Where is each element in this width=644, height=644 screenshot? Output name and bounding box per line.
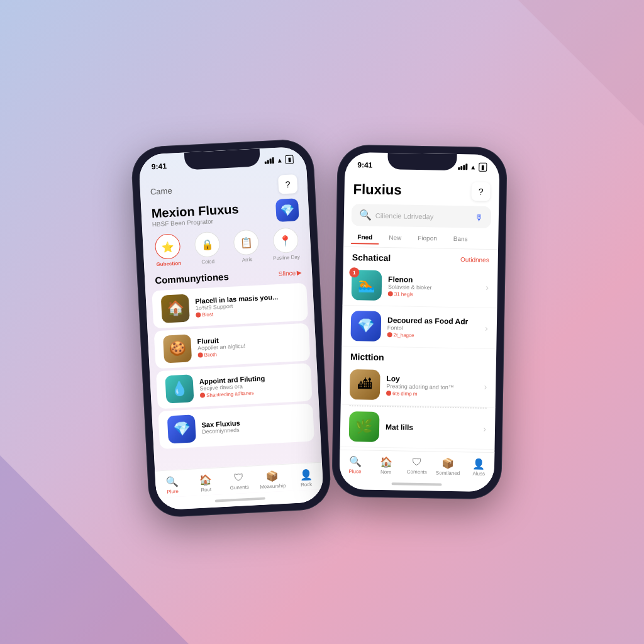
cat-item-0[interactable]: ⭐ Gubection bbox=[149, 233, 187, 268]
badge-dot-2 bbox=[200, 392, 205, 397]
tab-item-left-2[interactable]: 🛡 Gunents bbox=[222, 471, 257, 492]
tab-item-left-1[interactable]: 🏠 Rout bbox=[189, 473, 223, 494]
right-list-item-2[interactable]: 🏙 Loy Preating adoring and ton™ 6t6 dimp… bbox=[341, 364, 496, 408]
signal-bar-2 bbox=[267, 160, 269, 164]
right-header-icon-btn[interactable]: ? bbox=[471, 182, 491, 201]
tab-item-left-0[interactable]: 🔍 Plure bbox=[155, 475, 190, 496]
tab-label-left-2: Gunents bbox=[230, 484, 249, 491]
cat-item-3[interactable]: 📍 Pusline Day bbox=[267, 227, 305, 262]
item-content-0: Placell in las masis you... 1o%t9 Suppor… bbox=[195, 292, 299, 318]
signal-icon bbox=[264, 157, 274, 164]
chevron-icon-0: › bbox=[486, 282, 489, 292]
r-signal-bar-2 bbox=[460, 166, 462, 170]
right-question-icon: ? bbox=[479, 187, 484, 197]
battery-icon: ▮ bbox=[285, 155, 294, 164]
tab-label-left-0: Plure bbox=[167, 489, 179, 495]
chevron-icon-3: › bbox=[483, 424, 486, 434]
right-item-subtitle-0: Solavsie & bioker bbox=[388, 284, 479, 292]
tab-icon-right-3: 📦 bbox=[441, 457, 454, 469]
signal-bar-3 bbox=[270, 158, 272, 164]
signal-bar-1 bbox=[265, 162, 267, 164]
cat-label-0: Gubection bbox=[156, 260, 181, 267]
cat-item-1[interactable]: 🔒 Colod bbox=[188, 231, 226, 265]
chevron-icon-1: › bbox=[485, 323, 488, 333]
signal-icon-right bbox=[458, 164, 467, 170]
r-badge-dot-0 bbox=[388, 291, 393, 296]
right-item-img-1: 💎 bbox=[350, 311, 381, 341]
signal-bar-4 bbox=[272, 157, 274, 164]
tab-item-right-0[interactable]: 🔍 Pluce bbox=[340, 455, 371, 475]
tab-item-right-4[interactable]: 👤 Aluss bbox=[464, 457, 495, 477]
right-app-title: Fluxius bbox=[353, 181, 401, 198]
question-icon: ? bbox=[285, 179, 291, 189]
filter-tab-3[interactable]: Bans bbox=[447, 233, 474, 247]
right-list-item-0[interactable]: 1 🏊 Flenon Solavsie & bioker 31 hegls › bbox=[342, 265, 497, 308]
r-signal-bar-3 bbox=[463, 165, 465, 170]
left-section-link[interactable]: Slince ▶ bbox=[279, 269, 303, 277]
status-icons-right: ▲ ▮ bbox=[458, 162, 487, 172]
home-indicator-right bbox=[339, 477, 494, 492]
left-phone: 9:41 ▲ ▮ Came bbox=[130, 138, 331, 518]
r-badge-dot-1 bbox=[387, 332, 392, 337]
home-bar-right bbox=[391, 482, 441, 486]
cat-label-3: Pusline Day bbox=[273, 254, 300, 261]
left-screen-content: 9:41 ▲ ▮ Came bbox=[138, 146, 324, 510]
time-right: 9:41 bbox=[357, 160, 372, 169]
tab-item-left-3[interactable]: 📦 Measurship bbox=[255, 469, 290, 490]
right-phone: 9:41 ▲ ▮ Fluxius ? bbox=[331, 145, 508, 500]
badge-dot-1 bbox=[197, 352, 203, 357]
right-item-title-3: Mat lills bbox=[386, 423, 477, 433]
tab-item-left-4[interactable]: 👤 Rock bbox=[289, 468, 323, 489]
battery-icon-right: ▮ bbox=[479, 163, 487, 172]
r-badge-dot-2 bbox=[386, 391, 391, 396]
list-item-3[interactable]: 💎 Sax Fluxius Decomiynneds bbox=[158, 403, 314, 449]
tab-item-right-1[interactable]: 🏠 Nore bbox=[370, 456, 402, 475]
cat-item-2[interactable]: 📋 Arris bbox=[227, 229, 265, 264]
cat-icon-0: ⭐ bbox=[155, 233, 181, 260]
list-item-1[interactable]: 🍪 Fluruit Aopolier an alglicu! Blioth bbox=[154, 323, 311, 369]
list-item-0[interactable]: 🏠 Placell in las masis you... 1o%t9 Supp… bbox=[152, 283, 308, 329]
tab-item-right-2[interactable]: 🛡 Coments bbox=[401, 457, 433, 476]
cat-icon-3: 📍 bbox=[272, 227, 299, 253]
tab-item-right-3[interactable]: 📦 Somtlaned bbox=[432, 457, 464, 476]
cat-label-1: Colod bbox=[201, 258, 214, 265]
tab-label-left-3: Measurship bbox=[260, 483, 286, 490]
right-phone-screen: 9:41 ▲ ▮ Fluxius ? bbox=[339, 152, 499, 492]
right-item-content-1: Decoured as Food Adr Fontol 2t_hagce bbox=[387, 316, 479, 340]
filter-tab-1[interactable]: New bbox=[382, 231, 408, 245]
r-signal-bar-4 bbox=[465, 164, 467, 170]
search-bar[interactable]: 🔍 Ciliencie Ldriveday 🎙 bbox=[352, 204, 492, 228]
tab-label-right-4: Aluss bbox=[472, 471, 485, 477]
tab-label-right-3: Somtlaned bbox=[436, 470, 460, 476]
right-section-1-link[interactable]: Outidnnes bbox=[460, 256, 489, 264]
wifi-icon: ▲ bbox=[276, 157, 282, 164]
item-content-2: Appoint ard Filuting Seojive daws ora Sh… bbox=[199, 372, 304, 399]
tab-label-right-0: Pluce bbox=[348, 469, 361, 474]
filter-tab-0[interactable]: Fned bbox=[351, 231, 379, 245]
right-item-img-0: 1 🏊 bbox=[352, 270, 382, 301]
left-header-icon-btn[interactable]: ? bbox=[278, 174, 298, 194]
right-item-badge-1: 2t_hagce bbox=[387, 332, 479, 340]
filter-tab-2[interactable]: Fiopon bbox=[411, 232, 443, 246]
wifi-icon-right: ▲ bbox=[470, 164, 476, 170]
right-list-item-3[interactable]: 🌿 Mat lills › bbox=[340, 406, 496, 450]
right-list-item-1[interactable]: 💎 Decoured as Food Adr Fontol 2t_hagce › bbox=[341, 306, 497, 349]
tab-bar-right: 🔍 Pluce 🏠 Nore 🛡 Coments 📦 Somtlaned 👤 bbox=[340, 450, 495, 479]
left-phone-screen: 9:41 ▲ ▮ Came bbox=[138, 146, 324, 510]
app-logo: 💎 bbox=[275, 198, 299, 222]
search-input[interactable]: Ciliencie Ldriveday bbox=[375, 211, 471, 221]
left-header-label: Came bbox=[150, 186, 172, 196]
tab-label-right-2: Coments bbox=[407, 469, 427, 475]
item-img-0: 🏠 bbox=[161, 294, 190, 323]
tab-icon-left-0: 🔍 bbox=[165, 475, 179, 488]
r-signal-bar-1 bbox=[458, 167, 460, 170]
right-item-img-3: 🌿 bbox=[349, 411, 380, 442]
status-icons-left: ▲ ▮ bbox=[264, 155, 294, 165]
item-content-1: Fluruit Aopolier an alglicu! Blioth bbox=[197, 332, 301, 358]
tab-label-left-4: Rock bbox=[301, 482, 313, 488]
badge-dot-0 bbox=[196, 312, 201, 317]
tab-icon-right-2: 🛡 bbox=[412, 457, 422, 468]
filter-tabs: Fned New Fiopon Bans bbox=[343, 228, 498, 250]
list-item-2[interactable]: 💧 Appoint ard Filuting Seojive daws ora … bbox=[156, 363, 313, 409]
right-section-1-title: Schatical bbox=[352, 252, 391, 263]
